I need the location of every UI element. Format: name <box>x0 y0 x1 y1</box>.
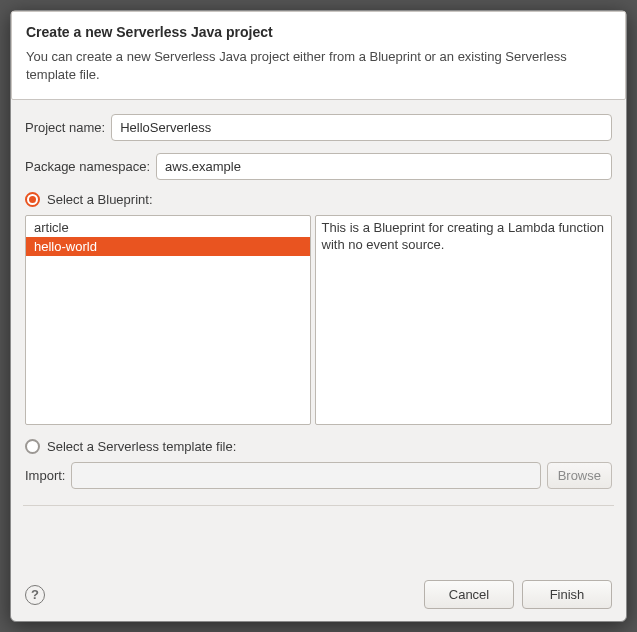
blueprint-list[interactable]: article hello-world <box>25 215 311 425</box>
finish-button[interactable]: Finish <box>522 580 612 609</box>
dialog: Create a new Serverless Java project You… <box>10 10 627 622</box>
separator <box>23 505 614 506</box>
list-item[interactable]: hello-world <box>26 237 310 256</box>
blueprint-radio-label: Select a Blueprint: <box>47 192 153 207</box>
list-item[interactable]: article <box>26 218 310 237</box>
package-namespace-input[interactable] <box>156 153 612 180</box>
spacer <box>25 516 612 572</box>
import-label: Import: <box>25 468 65 483</box>
import-row: Import: Browse <box>25 462 612 489</box>
package-namespace-label: Package namespace: <box>25 159 150 174</box>
project-name-input[interactable] <box>111 114 612 141</box>
dialog-subtitle: You can create a new Serverless Java pro… <box>26 48 611 83</box>
import-input <box>71 462 540 489</box>
project-name-label: Project name: <box>25 120 105 135</box>
blueprint-radio-row[interactable]: Select a Blueprint: <box>25 192 612 207</box>
package-namespace-row: Package namespace: <box>25 153 612 180</box>
cancel-button[interactable]: Cancel <box>424 580 514 609</box>
blueprint-radio[interactable] <box>25 192 40 207</box>
browse-button: Browse <box>547 462 612 489</box>
help-icon[interactable]: ? <box>25 585 45 605</box>
template-radio-label: Select a Serverless template file: <box>47 439 236 454</box>
blueprint-description: This is a Blueprint for creating a Lambd… <box>315 215 613 425</box>
blueprint-box: article hello-world This is a Blueprint … <box>25 215 612 425</box>
header-area: Create a new Serverless Java project You… <box>11 11 626 100</box>
dialog-title: Create a new Serverless Java project <box>26 24 611 40</box>
template-radio-row[interactable]: Select a Serverless template file: <box>25 439 612 454</box>
template-radio[interactable] <box>25 439 40 454</box>
footer: ? Cancel Finish <box>25 572 612 609</box>
project-name-row: Project name: <box>25 114 612 141</box>
